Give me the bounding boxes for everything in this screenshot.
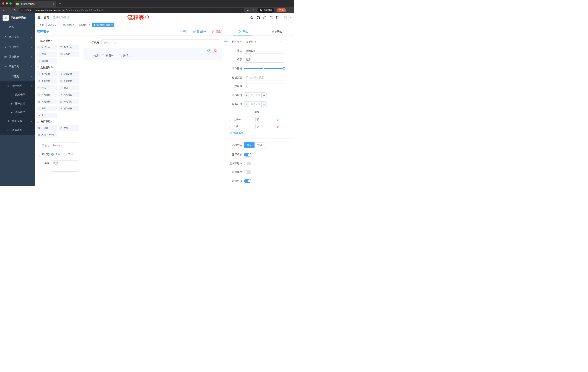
sidebar-item-process-model[interactable]: ➤ 流程模型 (0, 108, 35, 117)
user-menu[interactable]: ▾ (282, 14, 291, 21)
remove-option-icon[interactable]: ⊖ (276, 125, 279, 128)
copy-field-button[interactable] (207, 49, 211, 53)
minus-button[interactable]: − (244, 102, 249, 107)
option-label-input[interactable] (232, 124, 254, 129)
remove-option-icon[interactable]: ⊖ (276, 118, 279, 121)
sidebar-item-infrastructure[interactable]: ▤ 基础设施 ∨ (0, 52, 35, 62)
sidebar-item-system[interactable]: ⚙ 系统管理 ∨ (0, 32, 35, 42)
minimize-window-button[interactable] (6, 2, 8, 5)
palette-component-select[interactable]: ▾下拉选择 (37, 71, 57, 77)
gender-option2-checkbox[interactable]: 选项二 (119, 54, 131, 57)
min-select-input[interactable]: 至少应选 (249, 93, 262, 98)
phone-input[interactable] (101, 40, 220, 46)
tag-process-form-edit[interactable]: 流程表单-编辑 × (92, 22, 114, 27)
palette-component-button[interactable]: ▢按钮 (59, 125, 79, 131)
sidebar-item-devtools[interactable]: ⚒ 研发工具 ∨ (0, 62, 35, 72)
sidebar-item-task-management[interactable]: ⚑ 任务管理 ∨ (0, 117, 35, 126)
option-value-input[interactable] (255, 124, 275, 129)
palette-component-single-text[interactable]: ▭单行文本 (37, 45, 57, 50)
back-icon[interactable]: ← (2, 9, 5, 12)
tab-component-props[interactable]: 组件属性 (226, 28, 260, 35)
sidebar-toggle-icon[interactable]: ☰ (38, 16, 41, 20)
palette-component-date-range[interactable]: ▤日期范围 (59, 99, 79, 104)
option-label-input[interactable] (232, 117, 254, 122)
view-json-button[interactable]: 查看json (192, 30, 207, 33)
palette-component-editor[interactable]: ✎编辑器 (37, 58, 57, 64)
new-tab-button[interactable]: + (59, 1, 61, 5)
palette-component-counter[interactable]: 123计数器 (59, 52, 79, 57)
option-value-input[interactable] (255, 117, 275, 122)
drag-handle-icon[interactable]: ≡ (229, 118, 230, 121)
sidebar-item-user-group[interactable]: ☻ 用户分组 (0, 99, 35, 108)
link-icon[interactable] (224, 38, 228, 42)
close-icon[interactable]: × (111, 24, 113, 26)
show-label-switch[interactable] (244, 153, 251, 157)
tag-process-definition[interactable]: 流程定义 × (46, 22, 61, 27)
plus-button[interactable]: + (262, 93, 266, 98)
tab-close-icon[interactable]: × (53, 2, 55, 5)
form-canvas[interactable]: *手机号 (81, 35, 226, 186)
slider-handle[interactable] (283, 67, 285, 70)
max-select-input[interactable]: 最多可选 (249, 102, 262, 107)
browser-update-button[interactable]: 更新 (277, 8, 286, 12)
security-warning-icon[interactable]: ⚠ (21, 9, 23, 11)
github-icon[interactable] (257, 16, 260, 19)
sidebar-item-payment[interactable]: ¥ 支付管理 ∨ (0, 42, 35, 52)
tag-process-model[interactable]: 流程模型 × (62, 22, 76, 27)
title-input[interactable] (244, 57, 284, 63)
form-remark-textarea[interactable]: 嘿嘿 (51, 160, 78, 172)
breadcrumb-home[interactable]: 首页 (44, 16, 49, 19)
required-switch[interactable] (244, 179, 251, 183)
palette-component-radio-group[interactable]: ◉单选框组 (37, 78, 57, 84)
palette-component-checkbox-group[interactable]: ☑多选框组 (59, 78, 79, 84)
tag-process-form[interactable]: 流程表单 × (77, 22, 91, 27)
save-button[interactable]: ✓ 保存 (179, 30, 188, 33)
address-bar[interactable]: ⚠ 不安全 dashboard.yudao.iocoder.cn/bpm/man… (19, 8, 244, 12)
clear-button[interactable]: 清空 (212, 30, 221, 33)
palette-component-upload[interactable]: ☁上传 (37, 113, 57, 118)
minus-button[interactable]: − (244, 93, 249, 98)
status-on-radio[interactable]: 开启 (51, 153, 60, 156)
tag-home[interactable]: 首页 (38, 22, 45, 27)
palette-component-cascader[interactable]: ≣级联选择 (59, 71, 79, 77)
help-icon[interactable]: ? (263, 16, 266, 19)
close-icon[interactable]: × (58, 24, 59, 26)
sidebar-item-leave-query[interactable]: ☺ 请假查询 (0, 126, 35, 135)
gender-option1-checkbox[interactable]: 选项一 (102, 54, 114, 57)
close-icon[interactable]: × (73, 24, 74, 26)
sidebar-item-home[interactable]: ⌂ 首页 (0, 22, 35, 32)
style-default-button[interactable]: 默认 (244, 142, 254, 148)
border-switch[interactable] (244, 162, 251, 165)
palette-component-time-picker[interactable]: ◷时间选择 (37, 92, 57, 97)
sidebar-item-process-form[interactable]: ▯ 流程表单 (0, 90, 35, 99)
style-button-button[interactable]: 按钮 (254, 142, 265, 148)
form-name-input[interactable] (51, 142, 78, 148)
component-type-select[interactable]: 多选框组 ∨ (244, 39, 284, 45)
bookmark-star-icon[interactable]: ☆ (252, 9, 255, 12)
add-option-button[interactable]: ⊕ 添加选项 (230, 131, 294, 135)
palette-component-time-range[interactable]: ◔时间范围 (59, 92, 79, 97)
form-grid-slider[interactable] (244, 66, 284, 72)
palette-component-table[interactable]: ▩表格[开发中] (37, 132, 57, 138)
forward-icon[interactable]: → (8, 9, 11, 12)
field-name-input[interactable] (244, 48, 284, 54)
palette-component-row-container[interactable]: ▣行容器 (37, 125, 57, 131)
search-icon[interactable] (250, 16, 253, 19)
canvas-field-gender-selected[interactable]: *性别 选项一 选项二 (84, 48, 221, 60)
password-key-icon[interactable] (247, 9, 250, 12)
font-size-icon[interactable]: TT (276, 16, 279, 19)
disabled-switch[interactable] (244, 170, 251, 174)
fullscreen-icon[interactable] (270, 16, 273, 19)
canvas-field-phone[interactable]: *手机号 (83, 40, 223, 46)
browser-tab[interactable]: 芋道管理系统 × (15, 1, 56, 7)
status-off-radio[interactable]: 关闭 (64, 153, 73, 156)
label-width-input[interactable] (244, 74, 284, 80)
browser-menu-icon[interactable]: ⋮ (289, 9, 292, 12)
palette-component-password[interactable]: 密码 (37, 52, 57, 57)
close-icon[interactable]: × (88, 24, 90, 26)
reload-icon[interactable]: ⟳ (14, 9, 16, 12)
palette-component-textarea[interactable]: ☰多行文本 (59, 45, 79, 50)
drag-handle-icon[interactable]: ≡ (229, 125, 230, 128)
tab-form-props[interactable]: 表单属性 (260, 28, 294, 35)
sidebar-item-workflow[interactable]: ⇆ 工作流程 ∧ (0, 72, 35, 81)
